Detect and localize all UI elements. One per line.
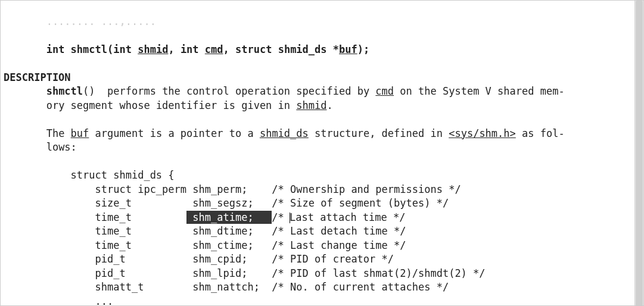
- struct-row: pid_t shm_cpid; /* PID of creator */: [4, 253, 394, 265]
- scrollbar[interactable]: [634, 1, 643, 305]
- scrollbar-thumb[interactable]: [636, 1, 643, 306]
- synopsis-truncated: ........ ...,.....: [4, 15, 156, 27]
- struct-row: shmatt_t shm_nattch; /* No. of current a…: [4, 281, 449, 293]
- section-description: DESCRIPTION: [4, 71, 71, 83]
- struct-row: time_t shm_atime; /* Last attach time */: [4, 211, 406, 223]
- manpage-view: ........ ...,..... int shmctl(int shmid,…: [0, 0, 644, 306]
- struct-row: size_t shm_segsz; /* Size of segment (by…: [4, 197, 449, 209]
- struct-row: time_t shm_ctime; /* Last change time */: [4, 239, 406, 251]
- desc-paragraph-1: shmctl() performs the control operation …: [4, 85, 565, 111]
- struct-row: pid_t shm_lpid; /* PID of last shmat(2)/…: [4, 267, 486, 279]
- text-cursor: [290, 213, 290, 223]
- struct-open: struct shmid_ds {: [4, 169, 175, 181]
- text-selection: shm_atime;: [186, 211, 272, 224]
- struct-rows: struct ipc_perm shm_perm; /* Ownership a…: [4, 183, 486, 293]
- desc-paragraph-2: The buf argument is a pointer to a shmid…: [4, 127, 565, 154]
- synopsis-line: int shmctl(int shmid, int cmd, struct sh…: [4, 43, 369, 55]
- struct-ellipsis: ...: [4, 295, 113, 307]
- struct-row: time_t shm_dtime; /* Last detach time */: [4, 225, 406, 237]
- struct-row: struct ipc_perm shm_perm; /* Ownership a…: [4, 183, 461, 195]
